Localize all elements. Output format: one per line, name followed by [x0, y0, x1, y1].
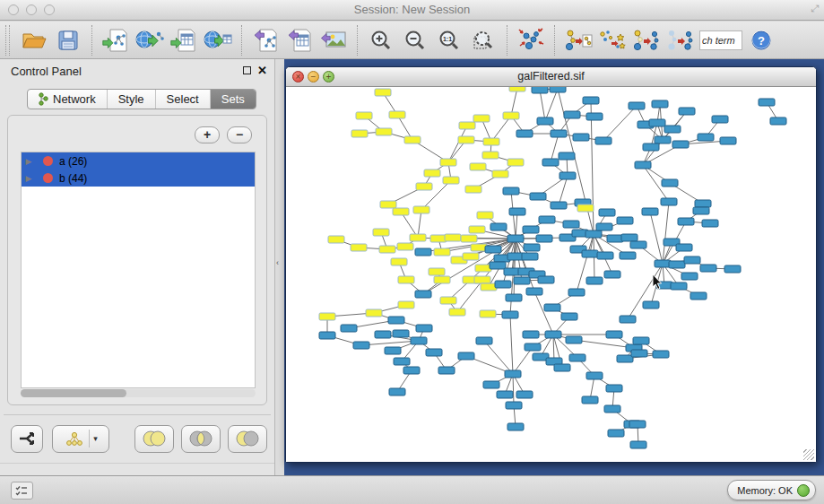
- dropdown-arrow-icon[interactable]: ▾: [93, 434, 98, 443]
- graph-node-blue[interactable]: [720, 137, 736, 144]
- difference-sets-button[interactable]: [228, 425, 267, 453]
- graph-node-yellow[interactable]: [413, 206, 429, 213]
- graph-node-blue[interactable]: [655, 136, 671, 143]
- select-nodes-button[interactable]: [595, 23, 629, 57]
- graph-node-blue[interactable]: [319, 332, 335, 339]
- graph-node-blue[interactable]: [388, 317, 404, 324]
- graph-node-blue[interactable]: [630, 241, 646, 248]
- set-row-b[interactable]: ▶ b (44): [22, 169, 255, 187]
- graph-node-yellow[interactable]: [445, 234, 461, 241]
- graph-node-blue[interactable]: [503, 187, 519, 195]
- panel-splitter[interactable]: ‹: [274, 59, 284, 475]
- sets-list[interactable]: ▶ a (26) ▶ b (44): [21, 152, 256, 388]
- intersect-sets-button[interactable]: [181, 425, 221, 453]
- graph-node-blue[interactable]: [653, 351, 669, 358]
- add-set-button[interactable]: +: [195, 126, 220, 143]
- graph-node-blue[interactable]: [393, 330, 409, 337]
- graph-node-blue[interactable]: [438, 367, 455, 374]
- graph-edge[interactable]: [574, 340, 634, 348]
- graph-node-blue[interactable]: [561, 313, 577, 320]
- graph-node-blue[interactable]: [669, 261, 685, 268]
- graph-node-blue[interactable]: [724, 265, 741, 273]
- graph-node-yellow[interactable]: [328, 236, 344, 243]
- graph-node-blue[interactable]: [525, 343, 541, 351]
- create-set-from-network-button[interactable]: ▾: [52, 425, 109, 453]
- set-row-a[interactable]: ▶ a (26): [22, 152, 255, 169]
- save-session-button[interactable]: [51, 23, 85, 57]
- graph-node-yellow[interactable]: [470, 163, 486, 170]
- graph-node-yellow[interactable]: [397, 243, 413, 250]
- graph-node-blue[interactable]: [394, 358, 410, 365]
- graph-node-yellow[interactable]: [507, 159, 524, 166]
- graph-node-yellow[interactable]: [483, 138, 499, 145]
- graph-node-blue[interactable]: [582, 396, 598, 404]
- graph-node-blue[interactable]: [617, 217, 633, 224]
- graph-node-blue[interactable]: [566, 336, 582, 343]
- graph-node-blue[interactable]: [495, 281, 511, 288]
- float-panel-icon[interactable]: [243, 66, 251, 74]
- graph-node-yellow[interactable]: [379, 246, 395, 253]
- graph-node-blue[interactable]: [522, 253, 538, 260]
- graph-node-blue[interactable]: [514, 277, 530, 284]
- toolbar-drag-handle[interactable]: [5, 25, 10, 56]
- graph-node-blue[interactable]: [586, 113, 603, 120]
- graph-node-yellow[interactable]: [474, 276, 490, 283]
- graph-node-blue[interactable]: [505, 370, 521, 378]
- close-panel-icon[interactable]: ✕: [257, 64, 267, 77]
- graph-node-blue[interactable]: [585, 230, 602, 238]
- graph-node-blue[interactable]: [353, 342, 369, 349]
- graph-node-blue[interactable]: [620, 316, 636, 323]
- graph-node-blue[interactable]: [542, 159, 559, 166]
- union-sets-button[interactable]: [134, 425, 174, 453]
- graph-node-blue[interactable]: [662, 179, 678, 187]
- graph-node-blue[interactable]: [485, 246, 501, 253]
- graph-node-yellow[interactable]: [398, 276, 414, 283]
- graph-node-blue[interactable]: [532, 87, 548, 93]
- graph-node-blue[interactable]: [502, 311, 518, 318]
- split-set-button[interactable]: [11, 425, 43, 453]
- graph-node-blue[interactable]: [652, 100, 668, 108]
- graph-node-blue[interactable]: [664, 126, 681, 133]
- network-canvas[interactable]: [286, 87, 816, 462]
- apply-layout-button[interactable]: [514, 23, 548, 57]
- expand-arrow-icon[interactable]: ▶: [22, 157, 36, 166]
- graph-node-blue[interactable]: [483, 381, 499, 388]
- graph-node-yellow[interactable]: [429, 268, 445, 275]
- graph-node-blue[interactable]: [608, 430, 624, 437]
- graph-node-blue[interactable]: [375, 331, 391, 338]
- graph-node-yellow[interactable]: [443, 177, 459, 184]
- tab-select[interactable]: Select: [156, 90, 211, 109]
- graph-node-yellow[interactable]: [477, 212, 493, 219]
- graph-node-blue[interactable]: [671, 282, 687, 290]
- graph-node-blue[interactable]: [672, 141, 689, 148]
- graph-node-blue[interactable]: [559, 172, 576, 179]
- import-network-file-button[interactable]: [99, 23, 133, 57]
- graph-node-blue[interactable]: [526, 288, 542, 295]
- graph-node-yellow[interactable]: [463, 253, 479, 260]
- graph-node-blue[interactable]: [411, 337, 427, 344]
- graph-edge[interactable]: [559, 176, 568, 205]
- graph-node-blue[interactable]: [539, 216, 555, 223]
- network-frame[interactable]: × − + galFiltered.sif: [285, 66, 817, 463]
- graph-node-yellow[interactable]: [473, 115, 490, 122]
- tab-sets[interactable]: Sets: [211, 90, 256, 109]
- graph-node-yellow[interactable]: [465, 186, 481, 193]
- graph-node-yellow[interactable]: [376, 128, 392, 135]
- tab-style[interactable]: Style: [108, 90, 156, 109]
- graph-node-blue[interactable]: [629, 102, 645, 109]
- graph-node-blue[interactable]: [643, 143, 659, 151]
- graph-node-blue[interactable]: [516, 130, 533, 137]
- graph-node-yellow[interactable]: [509, 87, 525, 91]
- graph-node-blue[interactable]: [630, 441, 646, 448]
- graph-node-blue[interactable]: [635, 161, 651, 169]
- show-all-button[interactable]: [664, 23, 698, 57]
- graph-node-yellow[interactable]: [404, 136, 421, 143]
- graph-node-blue[interactable]: [604, 271, 620, 278]
- graph-node-yellow[interactable]: [366, 309, 382, 317]
- graph-node-blue[interactable]: [597, 252, 613, 259]
- graph-node-blue[interactable]: [586, 277, 603, 284]
- graph-node-blue[interactable]: [573, 134, 589, 141]
- graph-node-blue[interactable]: [582, 250, 598, 257]
- graph-node-yellow[interactable]: [492, 170, 508, 178]
- graph-node-blue[interactable]: [684, 256, 700, 264]
